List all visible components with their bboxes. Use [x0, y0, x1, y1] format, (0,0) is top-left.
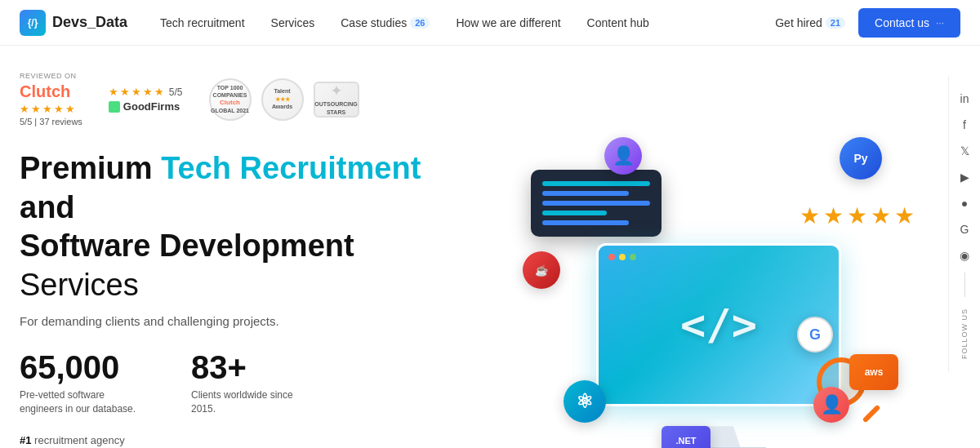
twitter-x-icon[interactable]: 𝕏 — [956, 141, 973, 159]
brand-logo[interactable]: {/} Devs_Data — [20, 10, 127, 36]
main-content: REVIEWED ON Clutch ★ ★ ★ ★ ★ 5/5 | 37 re… — [0, 46, 980, 448]
nav-case-studies[interactable]: Case studies 26 — [341, 16, 430, 29]
illustration-wrapper: </> ★ ★ ★ ★ ★ Py aws ⚛ — [523, 121, 915, 448]
contact-button[interactable]: Contact us ··· — [858, 8, 960, 38]
goodfirms-logo: GoodFirms — [109, 100, 183, 113]
goodfirms-stars: ★ ★ ★ ★ ★ 5/5 — [109, 86, 183, 98]
goodfirms-badge: ★ ★ ★ ★ ★ 5/5 GoodFirms — [109, 86, 183, 113]
navbar: {/} Devs_Data Tech recruitment Services … — [0, 0, 980, 46]
case-studies-badge: 26 — [410, 17, 430, 29]
flickr-icon[interactable]: ◉ — [956, 246, 973, 264]
contact-dots: ··· — [936, 17, 944, 29]
nav-links: Tech recruitment Services Case studies 2… — [160, 16, 775, 29]
nav-content-hub[interactable]: Content hub — [587, 16, 649, 29]
user-icon-1: 👤 — [604, 137, 642, 175]
reviewed-on-label: REVIEWED ON — [20, 72, 82, 80]
user-icon-2: 👤 — [813, 387, 849, 423]
aws-icon: aws — [849, 354, 898, 390]
google-icon: G — [797, 317, 833, 353]
clutch-award-badge: TOP 1000 COMPANIES Clutch GLOBAL 2021 — [209, 78, 252, 121]
hero-left: REVIEWED ON Clutch ★ ★ ★ ★ ★ 5/5 | 37 re… — [20, 72, 477, 448]
floating-stars: ★ ★ ★ ★ ★ — [800, 202, 915, 229]
social-divider — [964, 272, 965, 296]
stat-clients: 83+ Clients worldwide since 2015. — [191, 351, 314, 416]
outsourcing-badge: ✦ OUTSOURCING STARS — [314, 82, 359, 118]
medium-icon[interactable]: ● — [956, 193, 973, 211]
java-icon: ☕ — [523, 251, 560, 289]
youtube-icon[interactable]: ▶ — [956, 167, 973, 185]
clutch-logo: Clutch — [20, 82, 82, 101]
rank-text: #1 recruitment agency in Poland, Eastern… — [20, 432, 477, 448]
react-icon: ⚛ — [564, 380, 606, 423]
stat-engineers: 65,000 Pre-vetted software engineers in … — [20, 351, 142, 416]
code-tag: </> — [680, 300, 757, 349]
social-sidebar: in f 𝕏 ▶ ● G ◉ Follow us — [948, 76, 980, 371]
review-badges: REVIEWED ON Clutch ★ ★ ★ ★ ★ 5/5 | 37 re… — [20, 72, 477, 126]
clutch-stars: ★ ★ ★ ★ ★ — [20, 103, 82, 115]
stats-row: 65,000 Pre-vetted software engineers in … — [20, 351, 477, 416]
python-icon: Py — [840, 137, 882, 180]
stat2-label: Clients worldwide since 2015. — [191, 388, 314, 416]
google-social-icon[interactable]: G — [956, 220, 973, 237]
nav-services[interactable]: Services — [271, 16, 315, 29]
facebook-icon[interactable]: f — [956, 115, 973, 133]
logo-icon: {/} — [20, 10, 46, 36]
hero-illustration: </> ★ ★ ★ ★ ★ Py aws ⚛ — [477, 72, 960, 448]
linkedin-icon[interactable]: in — [956, 89, 973, 107]
clutch-score: 5/5 | 37 reviews — [20, 117, 82, 126]
brand-name: Devs_Data — [52, 14, 127, 31]
stat2-number: 83+ — [191, 351, 314, 384]
talent-award-badge: Talent ★★★ Awards — [261, 78, 304, 121]
magnify-handle — [862, 405, 881, 424]
follow-us-label: Follow us — [960, 308, 969, 358]
stat1-number: 65,000 — [20, 351, 142, 384]
nav-right: Get hired 21 Contact us ··· — [775, 8, 960, 38]
nav-how-different[interactable]: How we are different — [456, 16, 560, 29]
screen-dots — [608, 254, 636, 260]
get-hired-link[interactable]: Get hired 21 — [775, 16, 845, 29]
clutch-badge: REVIEWED ON Clutch ★ ★ ★ ★ ★ 5/5 | 37 re… — [20, 72, 82, 126]
dotnet-icon: .NET — [662, 426, 710, 448]
code-card — [531, 170, 662, 237]
nav-tech-recruitment[interactable]: Tech recruitment — [160, 16, 244, 29]
hero-subheadline: For demanding clients and challenging pr… — [20, 314, 477, 328]
hero-headline: Premium Tech Recruitment and Software De… — [20, 149, 477, 304]
get-hired-badge: 21 — [826, 17, 845, 29]
goodfirms-icon — [109, 101, 120, 113]
award-badges: TOP 1000 COMPANIES Clutch GLOBAL 2021 Ta… — [209, 78, 359, 121]
stat1-label: Pre-vetted software engineers in our dat… — [20, 388, 142, 416]
